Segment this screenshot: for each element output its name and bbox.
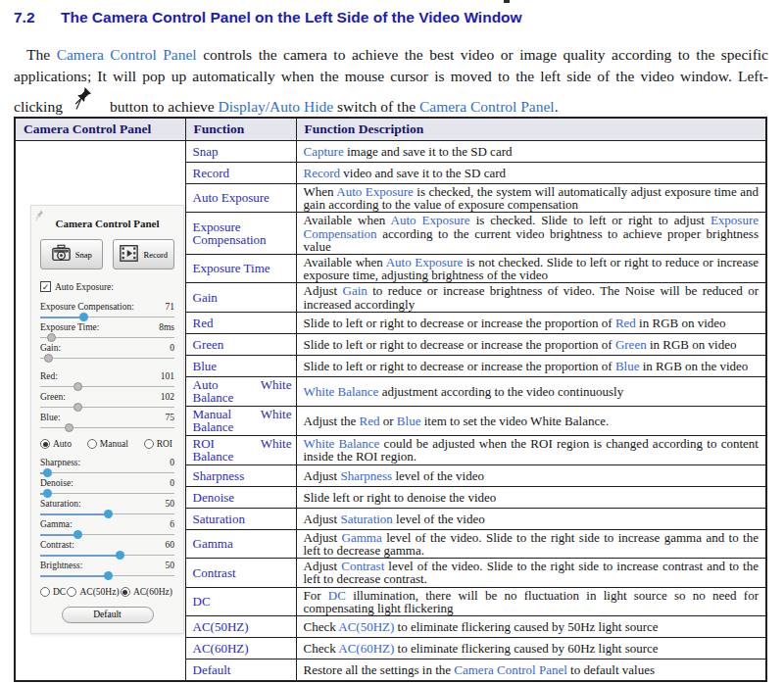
intro-line-3-rest: button to achieve Display/Auto Hide swit… <box>110 94 559 120</box>
keyword-link: Blue <box>397 414 421 428</box>
slider-track-area[interactable] <box>40 489 174 498</box>
description-cell: Slide to left or right to decrease or in… <box>296 355 766 376</box>
function-cell: AC(60HZ) <box>185 638 296 660</box>
slider-value: 0 <box>170 458 174 468</box>
text-segment: Slide to left or right to decrease or in… <box>304 316 615 330</box>
slider-contrast: Contrast:60 <box>40 540 174 560</box>
radio-option-auto[interactable]: Auto <box>40 439 72 449</box>
radio-icon[interactable] <box>40 587 50 597</box>
slider-thumb[interactable] <box>47 333 56 342</box>
slider-track-area[interactable] <box>40 354 174 363</box>
table-body: Camera Control Panel Snap <box>15 141 766 681</box>
auto-exposure-checkbox[interactable]: ✓ <box>40 281 51 292</box>
text-segment: button to achieve <box>110 98 219 115</box>
slider-track-area[interactable] <box>40 333 174 342</box>
text-segment: Slide to left or right to decrease or in… <box>304 337 615 352</box>
radio-option-ac-50hz[interactable]: AC(50Hz) <box>67 587 119 597</box>
slider-fill <box>40 555 120 557</box>
slider-label: Green: <box>40 392 66 403</box>
slider-exposure-compensation: Exposure Compensation:71 <box>40 302 174 321</box>
slider-thumb[interactable] <box>43 489 52 498</box>
slider-track-area[interactable] <box>40 382 174 391</box>
slider-label: Brightness: <box>40 561 82 571</box>
slider-thumb[interactable] <box>104 510 113 518</box>
slider-track-area[interactable] <box>40 403 174 412</box>
text-segment: level of the video <box>393 512 485 526</box>
text-segment: to eliminate flickering caused by 50Hz l… <box>394 619 658 634</box>
slider-fill <box>40 534 77 536</box>
function-cell: Green <box>185 333 296 355</box>
slider-thumb[interactable] <box>116 551 124 560</box>
intro-paragraph: The Camera Control Panel controls the ca… <box>14 44 768 122</box>
keyword-link: Camera Control Panel <box>454 662 567 677</box>
auto-exposure-row: ✓ Auto Exposure: <box>40 281 174 292</box>
text-segment: to default values <box>567 662 655 677</box>
keyword-link: Saturation <box>340 512 392 526</box>
slider-thumb[interactable] <box>74 530 82 539</box>
function-cell: Denoise <box>185 486 296 508</box>
slider-fill <box>40 317 83 318</box>
slider-value: 0 <box>170 478 174 489</box>
radio-icon[interactable] <box>67 587 76 597</box>
slider-track-area[interactable] <box>40 313 174 321</box>
header-function-description: Function Description <box>296 118 766 141</box>
default-button[interactable]: Default <box>62 607 154 623</box>
radio-option-roi[interactable]: ROI <box>144 439 172 449</box>
keyword-link: Camera Control Panel <box>57 46 197 63</box>
record-button[interactable]: Record <box>113 239 175 269</box>
slider-label: Blue: <box>40 413 61 423</box>
description-cell: Adjust Saturation level of the video <box>296 508 766 529</box>
radio-option-manual[interactable]: Manual <box>87 439 128 449</box>
radio-icon[interactable] <box>87 439 97 449</box>
slider-label: Red: <box>40 371 58 382</box>
text-segment: item to set the video White Balance. <box>420 414 609 428</box>
text-segment: applications; It will pop up automatical… <box>14 68 768 84</box>
slider-track-area[interactable] <box>40 510 174 518</box>
slider-thumb[interactable] <box>65 423 74 432</box>
slider-sharpness: Sharpness:0 <box>40 458 174 477</box>
slider-track-area[interactable] <box>40 468 174 477</box>
radio-icon[interactable] <box>40 439 50 449</box>
function-cell: Sharpness <box>185 464 296 486</box>
slider-track-area[interactable] <box>40 571 174 580</box>
radio-icon[interactable] <box>121 587 130 597</box>
slider-value: 50 <box>166 561 175 571</box>
snap-button[interactable]: Snap <box>40 239 103 269</box>
radio-label: AC(60Hz) <box>133 587 172 597</box>
slider-label: Contrast: <box>40 540 74 551</box>
description-cell: Record video and save it to the SD card <box>296 163 766 184</box>
slider-track-area[interactable] <box>40 530 174 539</box>
panel-pushpin-icon[interactable] <box>35 210 44 223</box>
text-segment: in RGB on video <box>636 316 726 330</box>
slider-track <box>40 358 174 359</box>
slider-thumb[interactable] <box>43 468 52 477</box>
function-cell: Manual White Balance <box>185 406 296 435</box>
function-cell: Exposure Time <box>185 255 296 283</box>
text-segment: in RGB on the video <box>639 359 748 373</box>
function-cell: Snap <box>185 141 296 163</box>
slider-thumb[interactable] <box>79 313 88 321</box>
slider-value: 0 <box>170 343 174 354</box>
slider-track <box>40 407 174 408</box>
record-icon <box>119 244 139 265</box>
slider-group: Red:101Green:102Blue:75AutoManualROI <box>40 371 174 449</box>
text-segment: or <box>380 414 397 428</box>
slider-thumb[interactable] <box>74 382 82 391</box>
function-cell: Gamma <box>185 529 296 558</box>
header-function: Function <box>185 118 296 141</box>
slider-thumb[interactable] <box>74 403 82 412</box>
radio-label: ROI <box>157 439 172 449</box>
radio-label: Manual <box>100 439 128 449</box>
radio-row: AutoManualROI <box>40 439 172 449</box>
slider-track-area[interactable] <box>40 551 174 560</box>
slider-thumb[interactable] <box>104 571 113 580</box>
keyword-link: Display/Auto Hide <box>219 98 334 115</box>
section-number: 7.2 <box>14 9 61 26</box>
radio-option-dc[interactable]: DC <box>40 587 66 597</box>
radio-icon[interactable] <box>144 439 154 449</box>
slider-thumb[interactable] <box>44 354 53 363</box>
text-segment: Check <box>304 641 339 656</box>
radio-option-ac-60hz[interactable]: AC(60Hz) <box>121 587 172 597</box>
description-cell: For DC illumination, there will be no fl… <box>296 587 766 615</box>
slider-track-area[interactable] <box>40 423 174 432</box>
